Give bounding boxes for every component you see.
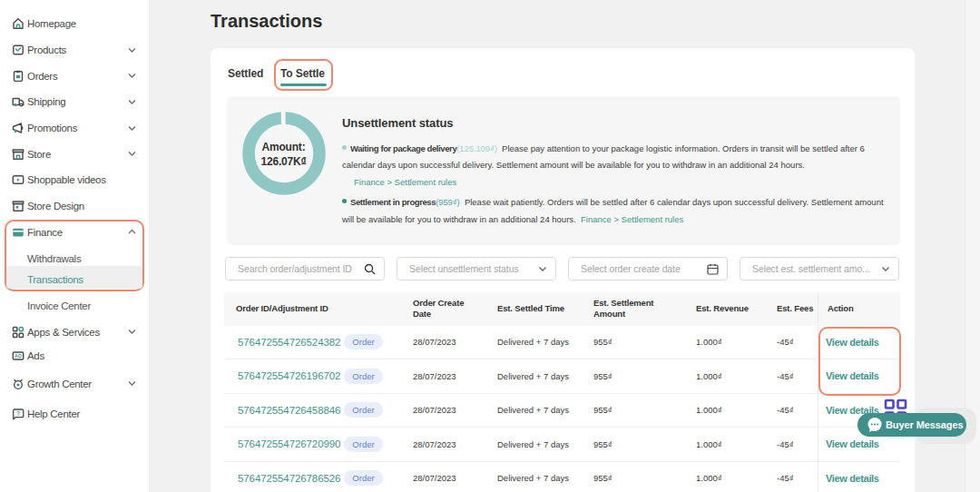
svg-text:AD: AD (15, 353, 22, 359)
svg-text:?: ? (16, 410, 20, 417)
